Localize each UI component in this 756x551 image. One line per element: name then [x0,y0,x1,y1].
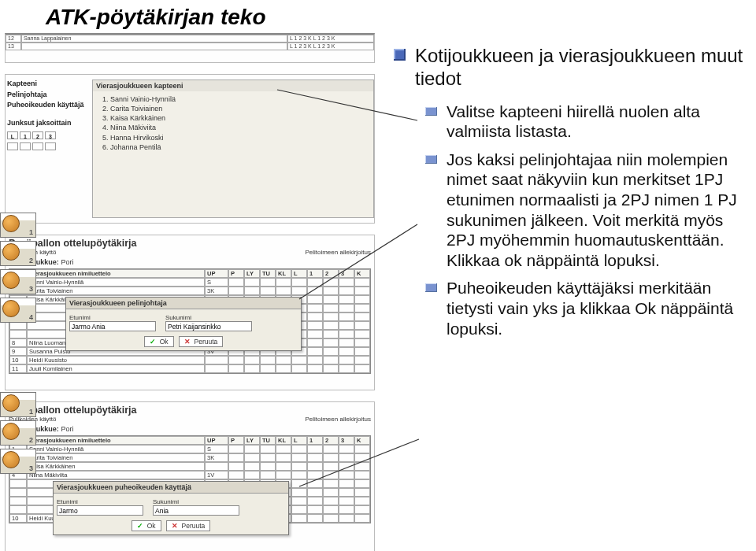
col-header: 2 [323,269,339,278]
etunimi-input[interactable] [57,505,143,516]
thumbnail[interactable]: 2 [0,241,36,266]
junksut-cell [7,142,18,150]
cell [307,364,323,373]
cell [228,462,244,471]
cell: S [205,445,228,453]
cell [323,295,339,304]
cell [260,445,276,453]
cell [307,488,323,497]
sub-bullet-text: Jos kaksi pelinjohtajaa niin molempien n… [447,150,743,271]
cell: Juuli Komilainen [27,364,205,373]
sub-bullet-text: Valitse kapteeni hiirellä nuolen alta va… [447,102,743,142]
row-tail: L 1 2 3 K L 1 2 3 K [287,43,374,50]
cell [339,347,354,356]
cell [339,471,354,479]
cell [323,330,339,338]
cell [244,278,260,287]
ok-button[interactable]: Ok [144,336,174,347]
cell [9,497,27,505]
row-num: 13 [6,43,21,50]
etunimi-input[interactable] [69,321,156,331]
cell [260,356,276,364]
cell [323,347,339,356]
dropdown-item[interactable]: Niina Mäkiviita [110,123,369,132]
thumbnail[interactable]: 4 [0,298,36,323]
thumbnail[interactable]: 3 [0,449,36,474]
dropdown-item[interactable]: Sanni Vainio-Hynnilä [110,94,369,104]
cell [291,488,307,497]
ok-label: Ok [160,338,169,346]
cell [205,364,228,373]
cell [323,445,339,453]
dropdown-item[interactable]: Kaisa Kärkkäinen [110,113,369,123]
col-header: LY [244,269,260,278]
cell [354,338,370,347]
cell [291,514,307,523]
cell [339,505,354,514]
cell [323,321,339,330]
cell [323,304,339,312]
col-header: P [228,436,244,445]
thumbnail[interactable]: 3 [0,269,36,294]
cell [339,295,354,304]
cell [276,453,291,462]
ok-button[interactable]: Ok [132,520,161,531]
cell [291,462,307,471]
etunimi-label: Etunimi [69,314,156,321]
dropdown-item[interactable]: Carita Toiviainen [110,104,369,113]
cell [9,488,27,497]
cell [228,471,244,479]
col-header: 1 [307,269,323,278]
cell [307,338,323,347]
sukunimi-input[interactable] [153,505,239,516]
col-header: KL [276,436,291,445]
cell [354,514,370,523]
dropdown-item[interactable]: Johanna Pentilä [110,142,369,152]
col-header: K [354,269,370,278]
cell [228,287,244,295]
sukunimi-label: Sukunimi [165,314,252,321]
sukunimi-input[interactable] [165,321,252,331]
captain-dropdown[interactable]: Vierasjoukkueen kapteeni Sanni Vainio-Hy… [92,80,374,218]
cell [307,347,323,356]
junksut-grid: L 1 2 3 [7,131,91,139]
thumbnail[interactable]: 1 [0,213,36,238]
cell [323,312,339,321]
cell [244,287,260,295]
ball-icon [2,272,20,289]
bullet-heading: Kotijoukkueen ja vierasjoukkueen muut ti… [394,44,743,91]
cell [244,356,260,364]
cell: Sanni Vainio-Hynnilä [27,445,205,453]
check-icon [150,338,158,346]
cell [354,287,370,295]
cell [323,471,339,479]
cell [339,338,354,347]
cancel-button[interactable]: Peruuta [179,336,224,347]
thumbnail[interactable]: 2 [0,420,36,446]
cell [291,471,307,479]
sub-bullet-text: Puheoikeuden käyttäjäksi merkitään tiety… [447,278,743,338]
thumb-num: 4 [29,313,33,321]
thumbnail[interactable]: 1 [0,392,36,417]
cell [307,287,323,295]
team-value: Pori [61,258,73,266]
cell [276,287,291,295]
cell [307,312,323,321]
cell [354,453,370,462]
cell [339,453,354,462]
dropdown-item[interactable]: Hanna Hirvikoski [110,133,369,142]
cell [339,445,354,453]
cell [323,287,339,295]
ball-icon [2,215,20,232]
cell [244,471,260,479]
cell: Carita Toiviainen [27,287,205,295]
team-value: Pori [61,425,73,433]
square-bullet-icon [394,49,406,61]
cell [339,312,354,321]
cell [276,462,291,471]
cell [291,453,307,462]
cell [260,364,276,373]
role-kapteeni: Kapteeni [7,78,91,89]
cell [339,488,354,497]
cancel-button[interactable]: Peruuta [166,520,211,531]
